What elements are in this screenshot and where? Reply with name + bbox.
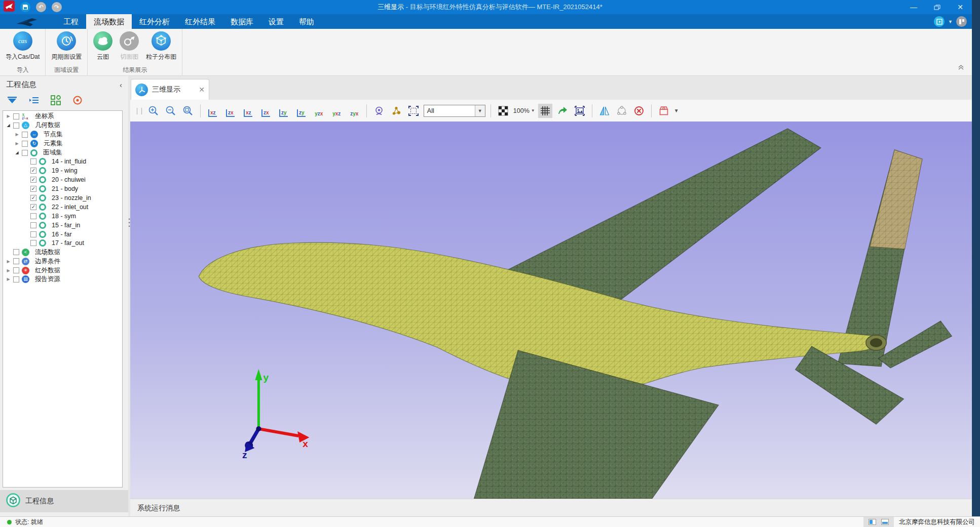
tree-face-23[interactable]: ✓23 - nozzle_in bbox=[3, 193, 122, 202]
contour-plot-button[interactable]: 云图 bbox=[90, 31, 116, 61]
tree-face-16[interactable]: 16 - far bbox=[3, 230, 122, 239]
view-left-button[interactable]: xz bbox=[241, 105, 255, 117]
tab-close-icon[interactable]: ✕ bbox=[199, 86, 205, 94]
transparency-icon[interactable] bbox=[496, 104, 510, 118]
viewport-3d[interactable]: y x z bbox=[130, 121, 980, 499]
tree-face-20[interactable]: ✓20 - chuiwei bbox=[3, 175, 122, 184]
list-view-icon[interactable] bbox=[28, 95, 40, 106]
tree-face-18[interactable]: 18 - sym bbox=[3, 212, 122, 221]
tree-face-15[interactable]: 15 - far_in bbox=[3, 221, 122, 230]
tree-face-19[interactable]: ✓19 - wing bbox=[3, 166, 122, 175]
box-select-icon[interactable] bbox=[406, 104, 421, 118]
zoom-in-icon[interactable] bbox=[146, 104, 161, 118]
toolbar-drag-handle[interactable]: ❘❘ bbox=[134, 107, 143, 114]
collapse-arrow-icon[interactable]: ◢ bbox=[5, 123, 12, 128]
mesh-toggle-icon[interactable] bbox=[538, 104, 552, 118]
tree-element-set[interactable]: ▶↻元素集 bbox=[3, 139, 122, 148]
tree-report-resources[interactable]: ▶▤报告资源 bbox=[3, 275, 122, 284]
expand-arrow-icon[interactable]: ▶ bbox=[5, 114, 12, 118]
export-icon[interactable] bbox=[555, 104, 570, 118]
expand-arrow-icon[interactable]: ▶ bbox=[14, 132, 20, 137]
expand-arrow-icon[interactable]: ▶ bbox=[5, 259, 12, 264]
collapse-arrow-icon[interactable]: ◢ bbox=[14, 150, 20, 155]
view-back-button[interactable]: zx bbox=[223, 105, 237, 117]
smooth-region-icon[interactable] bbox=[615, 104, 629, 118]
menu-database[interactable]: 数据库 bbox=[223, 14, 261, 29]
tree-face-14[interactable]: 14 - int_fluid bbox=[3, 157, 122, 166]
view-right-button[interactable]: zx bbox=[259, 105, 273, 117]
redo-button[interactable]: ↷ bbox=[52, 2, 62, 12]
menu-flowfield-data[interactable]: 流场数据 bbox=[86, 14, 132, 29]
tree-checkbox[interactable] bbox=[30, 222, 36, 228]
region-combobox-arrow[interactable]: ▼ bbox=[475, 105, 485, 116]
region-combobox[interactable]: All ▼ bbox=[424, 105, 485, 117]
menu-help[interactable]: 帮助 bbox=[291, 14, 322, 29]
tree-checkbox[interactable] bbox=[30, 231, 36, 237]
view-top-button[interactable]: zy bbox=[277, 105, 290, 117]
grid-view-icon[interactable] bbox=[50, 95, 62, 106]
zoom-out-icon[interactable] bbox=[164, 104, 178, 118]
tree-checkbox[interactable] bbox=[13, 276, 19, 282]
tree-checkbox[interactable]: ✓ bbox=[30, 195, 36, 201]
layout-split-icon[interactable] bbox=[869, 519, 876, 525]
tree-face-17[interactable]: 17 - far_out bbox=[3, 238, 122, 248]
view-iso-1-button[interactable]: yzx bbox=[312, 105, 326, 117]
node-select-icon[interactable] bbox=[389, 104, 403, 118]
tab-3d-view[interactable]: 三维显示 ✕ bbox=[131, 79, 209, 100]
tree-checkbox[interactable] bbox=[13, 267, 19, 273]
titlebar-tool-button-a[interactable] bbox=[934, 16, 945, 27]
titlebar-tool-dropdown[interactable]: ▼ bbox=[948, 19, 953, 24]
right-dock-strip[interactable] bbox=[972, 0, 980, 516]
tree-boundary-conditions[interactable]: ▶⇄边界条件 bbox=[3, 257, 122, 266]
section-box-dropdown[interactable]: ▼ bbox=[674, 108, 679, 113]
tree-checkbox[interactable] bbox=[22, 132, 28, 138]
tree-infrared-data[interactable]: ▶✳红外数据 bbox=[3, 266, 122, 275]
layout-bottom-icon[interactable] bbox=[881, 519, 889, 525]
panel-collapse-icon[interactable]: ‹ bbox=[120, 80, 122, 89]
tree-checkbox[interactable]: ✓ bbox=[30, 186, 36, 192]
tree-checkbox[interactable]: ✓ bbox=[30, 168, 36, 174]
particle-plot-button[interactable]: 粒子分布图 bbox=[142, 31, 180, 61]
close-button[interactable]: ✕ bbox=[949, 0, 972, 14]
view-front-button[interactable]: xz bbox=[206, 105, 219, 117]
snapshot-icon[interactable] bbox=[573, 104, 587, 118]
locate-icon[interactable] bbox=[71, 95, 84, 106]
view-iso-3-button[interactable]: zyx bbox=[348, 105, 361, 117]
tree-geometry-data[interactable]: ◢△几何数据 bbox=[3, 121, 122, 130]
section-box-icon[interactable] bbox=[657, 104, 671, 118]
minimize-button[interactable]: — bbox=[902, 0, 925, 14]
expand-arrow-icon[interactable]: ▶ bbox=[5, 277, 12, 281]
zoom-fit-icon[interactable] bbox=[181, 104, 195, 118]
view-bottom-button[interactable]: zy bbox=[294, 105, 308, 117]
tree-flowfield-data[interactable]: <流场数据 bbox=[3, 248, 122, 257]
tree-checkbox[interactable] bbox=[13, 113, 19, 119]
import-cas-dat-button[interactable]: cas导入Cas/Dat bbox=[2, 31, 43, 61]
tree-checkbox[interactable] bbox=[13, 123, 19, 129]
tree-node-set[interactable]: ▶↔节点集 bbox=[3, 130, 122, 139]
tree-checkbox[interactable] bbox=[22, 141, 28, 147]
menu-engineering[interactable]: 工程 bbox=[56, 14, 86, 29]
tree-checkbox[interactable] bbox=[30, 213, 36, 219]
tree-checkbox[interactable]: ✓ bbox=[30, 204, 36, 210]
undo-button[interactable]: ↶ bbox=[36, 2, 46, 12]
periodic-face-button[interactable]: 周期面设置 bbox=[48, 31, 85, 61]
tree-checkbox[interactable] bbox=[13, 258, 19, 264]
mirror-icon[interactable] bbox=[597, 104, 612, 118]
menu-infrared-results[interactable]: 红外结果 bbox=[177, 14, 223, 29]
tree-face-22[interactable]: ✓22 - inlet_out bbox=[3, 202, 122, 212]
clear-icon[interactable] bbox=[632, 104, 646, 118]
probe-icon[interactable] bbox=[372, 104, 386, 118]
titlebar-tool-button-b[interactable] bbox=[956, 16, 967, 27]
ribbon-collapse-icon[interactable] bbox=[957, 63, 965, 72]
expand-arrow-icon[interactable]: ▶ bbox=[5, 268, 12, 273]
expand-arrow-icon[interactable]: ▶ bbox=[14, 141, 20, 146]
tree-checkbox[interactable] bbox=[13, 249, 19, 255]
tree-checkbox[interactable]: ✓ bbox=[30, 177, 36, 183]
menu-infrared-analysis[interactable]: 红外分析 bbox=[132, 14, 177, 29]
filter-icon[interactable] bbox=[6, 95, 18, 106]
tree-face-set[interactable]: ◢面域集 bbox=[3, 148, 122, 157]
menu-settings[interactable]: 设置 bbox=[261, 14, 291, 29]
tree-checkbox[interactable] bbox=[22, 150, 28, 156]
tree-coordinate-system[interactable]: ▶yzx坐标系 bbox=[3, 112, 122, 121]
panel-bottom-bar[interactable]: 工程信息 bbox=[0, 490, 128, 512]
